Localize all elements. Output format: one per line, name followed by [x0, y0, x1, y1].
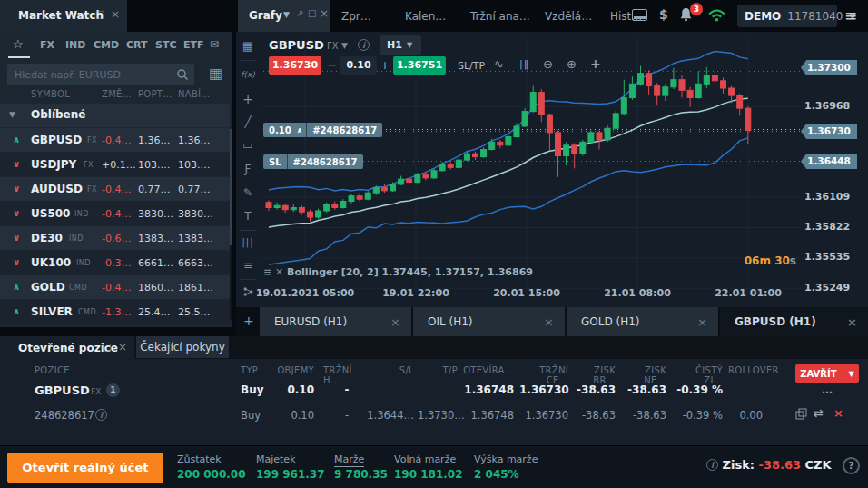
close-icon[interactable]: ×: [390, 315, 400, 329]
close-icon[interactable]: ×: [697, 315, 707, 329]
zoom-out-icon[interactable]: ⊖: [543, 57, 553, 71]
zoom-in-icon[interactable]: ⊕: [567, 57, 577, 71]
fibonacci-icon[interactable]: Ƒ: [236, 163, 260, 175]
watchlist-row-usdjpy[interactable]: ∨USDJPYFX+0.1…103.…103.…: [0, 153, 230, 176]
chevron-down-icon[interactable]: ▼: [341, 41, 348, 50]
volume-increase-button[interactable]: +: [379, 56, 391, 75]
trendline-icon[interactable]: ╱: [236, 115, 260, 128]
grid-view-icon[interactable]: ▦: [209, 65, 222, 82]
indicator-settings-icon[interactable]: ≡: [263, 266, 275, 278]
watchlist-row-uk100[interactable]: ∨UK100IND-0.3…6661…6663…: [0, 251, 230, 274]
layout-icon[interactable]: [632, 9, 647, 21]
filter-tab-etf[interactable]: ETF: [183, 39, 204, 51]
col-objemy: OBJEMY: [271, 365, 314, 375]
maximize-icon[interactable]: □: [102, 341, 111, 353]
transfer-funds-icon[interactable]: $: [659, 7, 668, 22]
account-selector[interactable]: DEMO 11781040 ▼: [737, 5, 837, 27]
help-icon[interactable]: ?: [843, 457, 860, 474]
maximize-icon[interactable]: □: [95, 8, 104, 20]
volume-input[interactable]: 0.10: [340, 56, 377, 75]
chart-symbol[interactable]: GBPUSD: [269, 38, 324, 52]
line-chart-icon[interactable]: ∿: [494, 57, 504, 71]
add-indicator-icon[interactable]: +: [236, 92, 260, 106]
timeframe-value: H1: [387, 39, 402, 51]
tab-pending-orders[interactable]: Čekající pokyny: [136, 336, 229, 358]
filter-tab-crt[interactable]: CRT: [126, 39, 148, 51]
rectangle-tool-icon[interactable]: ▭: [236, 139, 260, 152]
indicator-legend[interactable]: ≡ ✕ Bollinger [20, 2] 1.37445, 1.37157, …: [263, 266, 533, 278]
tab-vzdelavani[interactable]: Vzdělá…: [545, 10, 592, 23]
cell-sl[interactable]: 1.3644…: [367, 409, 414, 422]
annotation-pencil-icon[interactable]: ✎: [236, 186, 260, 199]
tab-kalendar[interactable]: Kalen…: [405, 10, 446, 23]
close-icon[interactable]: ×: [544, 315, 554, 329]
close-icon[interactable]: ×: [847, 315, 857, 329]
indicators-icon[interactable]: |||: [236, 237, 260, 247]
maximize-icon[interactable]: □: [308, 8, 316, 18]
sltp-button[interactable]: SL/TP: [458, 60, 485, 72]
reverse-position-icon[interactable]: ⇄: [814, 406, 824, 420]
watchlist-row-audusd[interactable]: ∨AUDUSDFX-0.4…0.77…0.77…: [0, 177, 230, 201]
buy-button[interactable]: 1.36751: [393, 56, 446, 75]
tab-zpravy[interactable]: Zpr…: [341, 10, 371, 23]
text-tool-icon[interactable]: T: [236, 210, 260, 223]
close-icon[interactable]: ×: [320, 7, 329, 20]
instrument-info-icon[interactable]: i: [358, 39, 370, 51]
watchlist-row-gold[interactable]: ∧GOLDCMD-0.4…1860…1861…: [0, 275, 230, 299]
sell-button[interactable]: 1.36730: [269, 56, 321, 75]
indicator-remove-icon[interactable]: ✕: [275, 266, 287, 278]
add-chart-tab-button[interactable]: +: [243, 314, 254, 328]
group-row-favorites[interactable]: ▼ Oblíbené: [0, 104, 230, 127]
cell-tp[interactable]: 1.3730…: [418, 409, 458, 422]
scrollbar-thumb[interactable]: [230, 129, 232, 245]
watchlist-row-us500[interactable]: ∨US500IND-0.4…3830…3830…: [0, 202, 230, 225]
mail-icon[interactable]: ✉: [210, 38, 219, 51]
candlestick-icon[interactable]: |‖: [519, 58, 529, 70]
chart-tab-gbpusd[interactable]: GBPUSD (H1)×: [720, 307, 868, 336]
row-more-button[interactable]: …: [822, 383, 833, 396]
market-watch-tab[interactable]: Market Watch □ ×: [0, 0, 127, 32]
chart-tab-eurusd[interactable]: EURUSD (H1)×: [260, 307, 411, 336]
search-input[interactable]: [7, 64, 194, 85]
filter-tab-stc[interactable]: STC: [155, 39, 177, 51]
info-icon[interactable]: i: [95, 409, 107, 421]
watchlist-row-de30[interactable]: ∨DE30IND-0.6…1383…1383…: [0, 226, 230, 250]
position-volume: 0.10: [263, 125, 297, 135]
collapse-caret-icon[interactable]: ∧: [297, 126, 307, 134]
functions-icon[interactable]: f(x): [236, 70, 260, 79]
close-all-button[interactable]: ZAVŘÍT▼: [795, 364, 859, 383]
tab-trzni-analyzy[interactable]: Tržní ana…: [470, 10, 530, 23]
chart-tab-gold[interactable]: GOLD (H1)×: [567, 307, 718, 336]
stop-loss-label[interactable]: SL #248628617: [263, 154, 363, 169]
filter-tab-fx[interactable]: FX: [40, 39, 54, 51]
watchlist-row-gbpusd[interactable]: ∧GBPUSDFX-0.4…1.36…1.36…: [0, 128, 230, 152]
filter-tab-ind[interactable]: IND: [65, 39, 85, 51]
tab-grafy[interactable]: Grafy ▼ ↗ □ ×: [238, 0, 330, 32]
chart-type-icon[interactable]: ▦: [236, 39, 260, 53]
close-icon[interactable]: ×: [111, 8, 120, 21]
duplicate-position-icon[interactable]: [795, 408, 807, 423]
search-icon[interactable]: [176, 68, 189, 84]
favorites-star-icon[interactable]: ☆: [13, 37, 24, 51]
objects-layers-icon[interactable]: ≡: [236, 259, 260, 272]
open-position-label[interactable]: 0.10 ∧ #248628617: [263, 123, 382, 137]
volume-decrease-button[interactable]: −: [326, 56, 339, 75]
chevron-down-icon[interactable]: ▼: [843, 370, 854, 378]
chevron-down-icon[interactable]: ▼: [283, 10, 290, 19]
toolbar-divider: [240, 279, 256, 280]
close-icon[interactable]: ×: [118, 341, 127, 354]
position-symbol[interactable]: GBPUSD: [35, 383, 90, 397]
watchlist-scrollbar[interactable]: [230, 129, 232, 320]
move-crosshair-icon[interactable]: +: [590, 56, 601, 71]
current-price-badge: 1.36730: [801, 124, 857, 139]
chart-tab-oil[interactable]: OIL (H1)×: [413, 307, 565, 336]
close-position-icon[interactable]: ×: [833, 406, 843, 420]
watchlist-row-silver[interactable]: ∧SILVERCMD-1.3…25.4…25.5…: [0, 300, 230, 324]
popout-icon[interactable]: ↗: [296, 8, 303, 18]
chevron-down-icon[interactable]: ▼: [9, 110, 15, 119]
filter-tab-cmd[interactable]: CMD: [94, 39, 119, 51]
hamburger-menu-icon[interactable]: ≡: [844, 6, 857, 25]
open-real-account-button[interactable]: Otevřít reálný účet: [7, 453, 163, 483]
timeframe-selector[interactable]: H1 ▼: [380, 35, 421, 55]
tab-open-positions[interactable]: Otevřené pozice □ ×: [0, 336, 134, 359]
